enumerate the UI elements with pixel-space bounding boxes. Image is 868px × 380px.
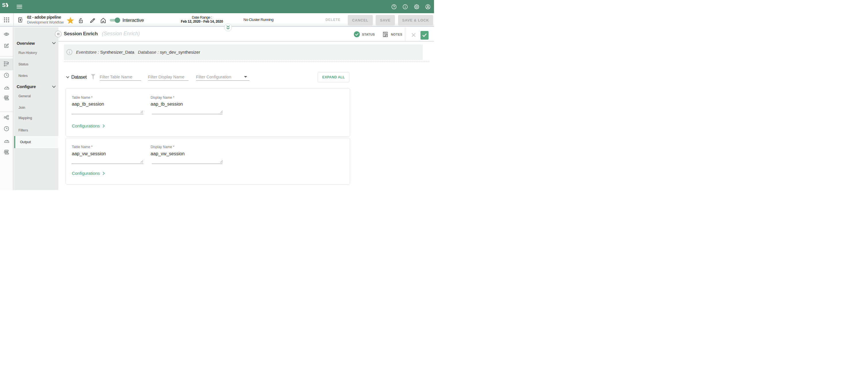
- svg-text:S: S: [2, 3, 6, 7]
